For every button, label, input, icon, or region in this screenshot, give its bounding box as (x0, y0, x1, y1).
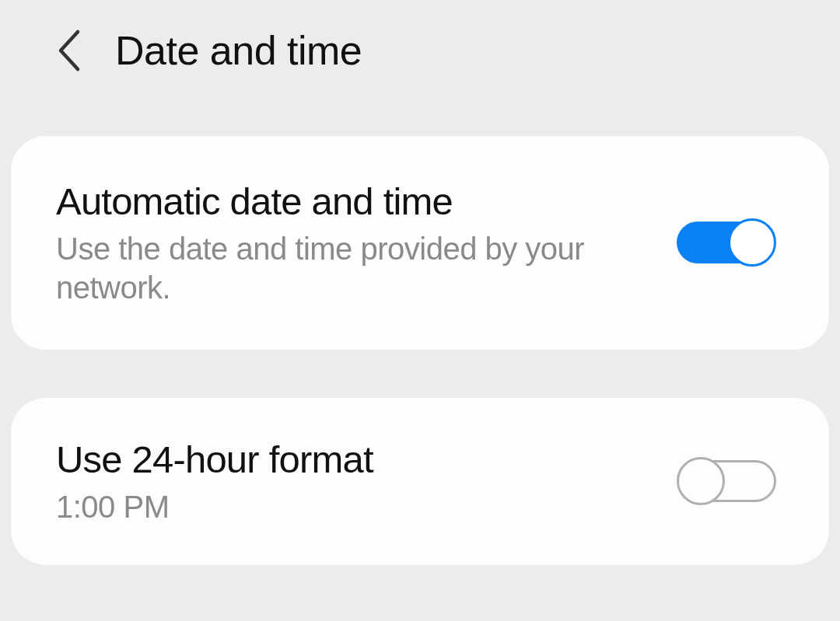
time-format-title: Use 24-hour format (56, 437, 653, 483)
header: Date and time (0, 0, 840, 74)
time-format-text: Use 24-hour format 1:00 PM (56, 437, 653, 526)
toggle-thumb (677, 457, 725, 505)
back-button[interactable] (54, 27, 84, 74)
page-title: Date and time (115, 27, 362, 74)
time-format-card: Use 24-hour format 1:00 PM (11, 398, 829, 565)
automatic-datetime-title: Automatic date and time (56, 179, 653, 225)
automatic-datetime-card: Automatic date and time Use the date and… (11, 136, 829, 350)
automatic-datetime-subtitle: Use the date and time provided by your n… (56, 229, 653, 307)
time-format-row[interactable]: Use 24-hour format 1:00 PM (56, 437, 784, 526)
time-format-subtitle: 1:00 PM (56, 487, 653, 526)
automatic-datetime-row[interactable]: Automatic date and time Use the date and… (56, 179, 784, 307)
chevron-left-icon (54, 27, 84, 74)
toggle-thumb (728, 218, 776, 267)
automatic-datetime-toggle[interactable] (677, 218, 776, 267)
automatic-datetime-text: Automatic date and time Use the date and… (56, 179, 653, 307)
time-format-toggle[interactable] (677, 457, 776, 505)
